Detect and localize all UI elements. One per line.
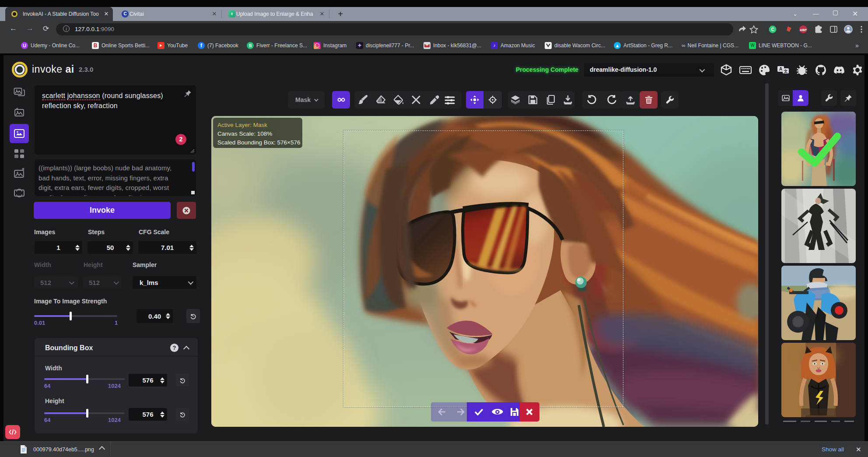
svg-text:A: A xyxy=(779,67,782,71)
svg-text:文: 文 xyxy=(784,69,788,74)
svg-text:ABP: ABP xyxy=(800,28,807,32)
svg-text:C: C xyxy=(771,27,774,32)
